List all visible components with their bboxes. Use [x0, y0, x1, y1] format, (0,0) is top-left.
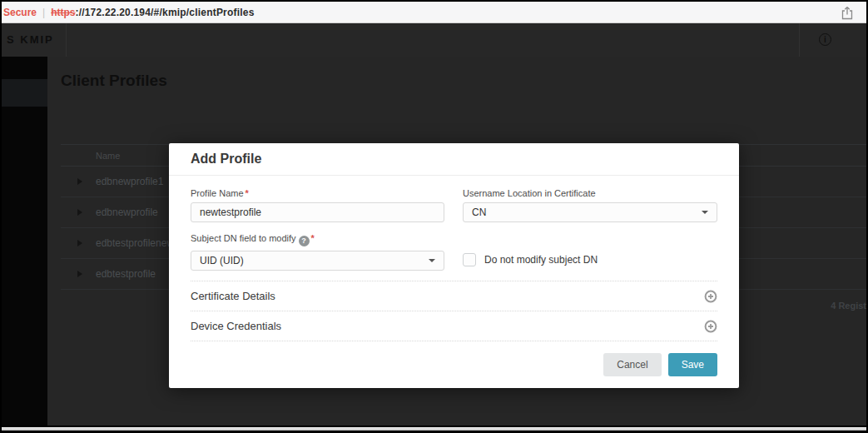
row-expand-icon[interactable]: [77, 209, 82, 216]
profile-name-label: Profile Name*: [191, 188, 444, 198]
header-divider: [66, 23, 67, 57]
info-icon[interactable]: i: [819, 33, 831, 46]
url-text: ://172.22.20.194/#/kmip/clientProfiles: [75, 7, 254, 18]
browser-address-bar[interactable]: Secure | https ://172.22.20.194/#/kmip/c…: [2, 2, 866, 23]
profile-name-cell: edbtestprofilenew: [96, 237, 174, 249]
do-not-modify-checkbox[interactable]: [463, 253, 476, 266]
accordion-label: Device Credentials: [191, 320, 281, 332]
profile-name-cell: edbnewprofile: [96, 207, 158, 218]
selected-value: CN: [472, 207, 486, 218]
label-text: Subject DN field to modify: [191, 233, 296, 243]
required-marker: *: [311, 233, 315, 243]
sidebar-nav: [2, 57, 47, 426]
subject-dn-label: Subject DN field to modify?*: [191, 233, 444, 246]
profile-name-cell: edbtestprofile: [96, 268, 156, 280]
profile-name-group: Profile Name*: [191, 188, 444, 222]
selected-value: UID (UID): [200, 255, 244, 266]
screen: Secure | https ://172.22.20.194/#/kmip/c…: [0, 0, 868, 433]
add-profile-modal: Add Profile Profile Name* Username Locat…: [169, 143, 739, 388]
certificate-details-accordion[interactable]: Certificate Details: [191, 281, 717, 311]
share-icon[interactable]: [841, 6, 853, 22]
help-icon[interactable]: ?: [299, 236, 310, 246]
column-header-name: Name: [96, 151, 120, 161]
row-expand-icon[interactable]: [77, 240, 82, 246]
brand-logo[interactable]: S KMIP: [7, 23, 67, 57]
address-separator: |: [42, 7, 45, 18]
expand-plus-icon[interactable]: [704, 290, 717, 303]
app-header: S KMIP i: [2, 23, 866, 57]
required-marker: *: [246, 188, 249, 198]
do-not-modify-group: Do not modify subject DN: [463, 233, 717, 271]
username-location-select[interactable]: CN: [463, 202, 717, 222]
chevron-down-icon: [702, 211, 708, 214]
modal-header: Add Profile: [169, 143, 739, 176]
security-label: Secure: [2, 7, 37, 18]
profile-name-cell: edbnewprofile1: [96, 176, 163, 187]
device-credentials-accordion[interactable]: Device Credentials: [191, 311, 717, 341]
label-text: Profile Name: [191, 188, 244, 198]
username-location-group: Username Location in Certificate CN: [463, 188, 717, 222]
header-divider: [799, 23, 800, 57]
row-expand-icon[interactable]: [77, 178, 82, 185]
do-not-modify-label: Do not modify subject DN: [484, 254, 598, 266]
sidebar-item-selected[interactable]: [2, 79, 47, 107]
cancel-button[interactable]: Cancel: [603, 353, 661, 376]
username-location-label: Username Location in Certificate: [463, 188, 717, 198]
modal-title: Add Profile: [191, 152, 261, 167]
chevron-down-icon: [429, 259, 435, 262]
expand-plus-icon[interactable]: [704, 320, 717, 333]
save-button[interactable]: Save: [668, 353, 717, 376]
url-scheme: https: [51, 7, 75, 18]
subject-dn-select[interactable]: UID (UID): [191, 251, 444, 271]
accordion-label: Certificate Details: [191, 290, 275, 302]
page-title: Client Profiles: [61, 72, 167, 90]
modal-body: Profile Name* Username Location in Certi…: [169, 176, 739, 341]
modal-footer: Cancel Save: [169, 341, 739, 376]
subject-dn-group: Subject DN field to modify?* UID (UID): [191, 233, 444, 271]
bottom-scrollbar[interactable]: [2, 427, 866, 431]
profile-name-input[interactable]: [191, 202, 444, 222]
row-expand-icon[interactable]: [77, 271, 82, 277]
